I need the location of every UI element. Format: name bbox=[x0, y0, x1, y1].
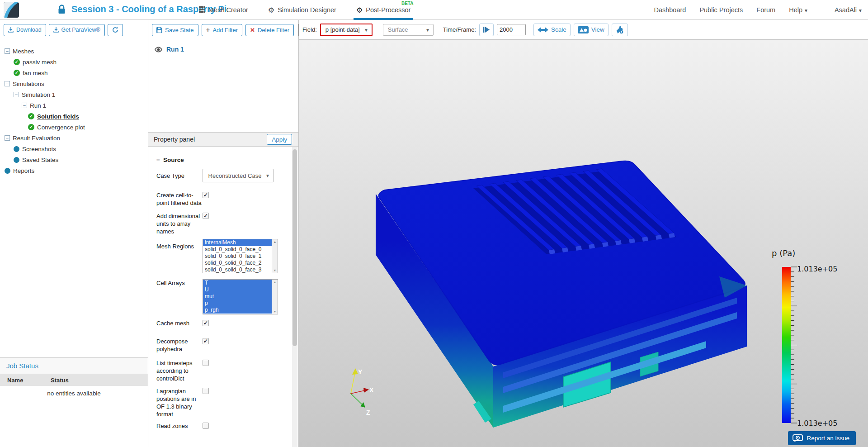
read-zones-checkbox[interactable] bbox=[203, 423, 209, 429]
lock-icon bbox=[58, 5, 66, 16]
check-circle-icon: ✓ bbox=[28, 124, 34, 130]
mesh-regions-label: Mesh Regions bbox=[156, 239, 203, 250]
color-legend[interactable]: p (Pa) 1.013e+05 1.013e+05 bbox=[772, 248, 837, 428]
apply-button[interactable]: Apply bbox=[267, 134, 292, 145]
tree-item-fan-mesh[interactable]: ✓fan mesh bbox=[0, 67, 148, 78]
lagrangian-positions-checkbox[interactable] bbox=[203, 388, 209, 394]
tree-item-passiv-mesh[interactable]: ✓passiv mesh bbox=[0, 57, 148, 67]
nav-dashboard[interactable]: Dashboard bbox=[654, 6, 686, 14]
download-button[interactable]: Download bbox=[4, 24, 46, 36]
pipeline-item-run-1[interactable]: Run 1 bbox=[148, 44, 298, 55]
create-cell-to-point-checkbox[interactable] bbox=[203, 192, 209, 198]
listbox-scrollbar[interactable]: ▲▼ bbox=[272, 239, 278, 273]
case-type-label: Case Type bbox=[156, 172, 203, 180]
collapse-icon[interactable]: − bbox=[14, 92, 19, 97]
view-shapes-icon bbox=[578, 26, 589, 33]
nav-help[interactable]: Help▼ bbox=[789, 6, 808, 14]
view-button[interactable]: View bbox=[574, 24, 609, 36]
source-section-header[interactable]: − Source bbox=[156, 157, 298, 163]
tab-simulation-designer[interactable]: ⚙ Simulation Designer bbox=[268, 0, 336, 20]
property-panel-title: Property panel bbox=[148, 136, 267, 143]
add-filter-button[interactable]: + Add Filter bbox=[202, 24, 242, 36]
orientation-axes: Y X Z bbox=[351, 368, 374, 416]
scrollbar-thumb[interactable] bbox=[292, 149, 297, 346]
top-nav: Dashboard Public Projects Forum Help▼ As… bbox=[654, 0, 863, 20]
decompose-polyhedra-label: Decompose polyhedra bbox=[156, 338, 203, 353]
tree-item-solution-fields[interactable]: ✓Solution fields bbox=[0, 111, 148, 122]
tree-item-screenshots[interactable]: Screenshots bbox=[0, 143, 148, 154]
list-item[interactable]: T bbox=[203, 280, 278, 286]
field-label: Field: bbox=[302, 26, 317, 33]
play-button[interactable] bbox=[479, 24, 494, 36]
column-status: Status bbox=[51, 377, 69, 384]
tree-item-run-1[interactable]: −Run 1 bbox=[0, 100, 148, 111]
add-dimensional-units-checkbox[interactable] bbox=[203, 213, 209, 219]
list-item[interactable]: solid_0_solid_0_face_0 bbox=[203, 246, 278, 253]
tree-item-convergence-plot[interactable]: ✓Convergence plot bbox=[0, 122, 148, 133]
list-item[interactable]: p bbox=[203, 300, 278, 307]
job-status-title: Job Status bbox=[0, 358, 148, 374]
report-issue-button[interactable]: Report an issue bbox=[788, 431, 856, 445]
app-screen: Session 3 - Cooling of a Rasperry Pi Mes… bbox=[0, 0, 868, 447]
list-item[interactable]: solid_0_solid_0_face_2 bbox=[203, 260, 278, 266]
cell-arrays-label: Cell Arrays bbox=[156, 279, 203, 287]
field-select[interactable]: p [point-data] ▼ bbox=[320, 24, 373, 36]
collapse-icon[interactable]: − bbox=[5, 81, 10, 86]
collapse-icon[interactable]: − bbox=[22, 103, 27, 108]
model-3d[interactable] bbox=[376, 161, 747, 428]
list-item[interactable]: solid_0_solid_0_face_3 bbox=[203, 266, 278, 273]
render-scene[interactable]: Y X Z p (Pa) 1.013e+05 1.013e+05 Report … bbox=[299, 40, 868, 447]
collapse-icon[interactable]: − bbox=[156, 157, 160, 163]
scroll-up-icon: ▲ bbox=[274, 240, 277, 243]
beta-badge: BETA bbox=[401, 1, 413, 6]
list-item[interactable]: p_rgh bbox=[203, 307, 278, 314]
tab-mesh-creator[interactable]: Mesh Creator bbox=[199, 0, 248, 20]
check-circle-icon: ✓ bbox=[14, 59, 20, 65]
representation-select[interactable]: Surface ▼ bbox=[383, 24, 434, 36]
tab-label: Simulation Designer bbox=[278, 6, 336, 14]
decompose-polyhedra-checkbox[interactable] bbox=[203, 338, 209, 344]
get-paraview-button[interactable]: Get ParaView® bbox=[49, 24, 105, 36]
cache-mesh-label: Cache mesh bbox=[156, 319, 203, 327]
check-circle-icon: ✓ bbox=[28, 113, 34, 119]
list-item[interactable]: internalMesh bbox=[203, 239, 278, 246]
scale-button[interactable]: Scale bbox=[533, 24, 571, 36]
tree-item-reports[interactable]: Reports bbox=[0, 165, 148, 176]
property-panel-scrollbar[interactable] bbox=[292, 147, 297, 447]
read-zones-label: Read zones bbox=[156, 422, 203, 430]
refresh-button[interactable] bbox=[108, 24, 123, 36]
simscale-logo-icon[interactable] bbox=[4, 2, 19, 18]
legend-max: 1.013e+05 bbox=[797, 265, 837, 273]
save-state-button[interactable]: Save State bbox=[152, 24, 198, 36]
download-icon bbox=[8, 27, 14, 33]
collapse-icon[interactable]: − bbox=[5, 135, 10, 141]
property-panel-header: Property panel Apply bbox=[148, 132, 298, 147]
tab-post-processor[interactable]: ⚙ Post-Processor BETA bbox=[356, 0, 410, 20]
tree-item-saved-states[interactable]: Saved States bbox=[0, 154, 148, 165]
tree-item-simulation-1[interactable]: −Simulation 1 bbox=[0, 89, 148, 100]
nav-forum[interactable]: Forum bbox=[756, 6, 775, 14]
cache-mesh-checkbox[interactable] bbox=[203, 320, 209, 326]
delete-filter-button[interactable]: ✕ Delete Filter bbox=[245, 24, 294, 36]
list-item[interactable]: mut bbox=[203, 293, 278, 300]
cell-arrays-listbox[interactable]: T U mut p p_rgh ▲▼ bbox=[203, 279, 278, 314]
camera-bubble-icon bbox=[793, 434, 803, 442]
user-menu[interactable]: AsadAli▼ bbox=[835, 6, 863, 14]
case-type-select[interactable]: Reconstructed Case ▼ bbox=[203, 169, 274, 182]
nav-public-projects[interactable]: Public Projects bbox=[699, 6, 743, 14]
listbox-scrollbar[interactable]: ▲▼ bbox=[272, 280, 278, 314]
mesh-regions-listbox[interactable]: internalMesh solid_0_solid_0_face_0 soli… bbox=[203, 239, 278, 273]
dot-icon bbox=[14, 146, 19, 152]
tree-item-meshes[interactable]: −Meshes bbox=[0, 46, 148, 57]
left-toolbar: Download Get ParaView® bbox=[0, 20, 148, 40]
collapse-icon[interactable]: − bbox=[5, 48, 10, 54]
tree-item-simulations[interactable]: −Simulations bbox=[0, 78, 148, 89]
list-item[interactable]: U bbox=[203, 286, 278, 293]
eye-icon[interactable] bbox=[154, 47, 163, 52]
time-frame-input[interactable] bbox=[497, 24, 526, 35]
list-item[interactable]: solid_0_solid_0_face_1 bbox=[203, 253, 278, 260]
list-timesteps-checkbox[interactable] bbox=[203, 360, 209, 366]
tree-item-result-evaluation[interactable]: −Result Evaluation bbox=[0, 133, 148, 143]
top-header: Session 3 - Cooling of a Rasperry Pi Mes… bbox=[0, 0, 868, 20]
render-settings-button[interactable] bbox=[612, 24, 628, 36]
